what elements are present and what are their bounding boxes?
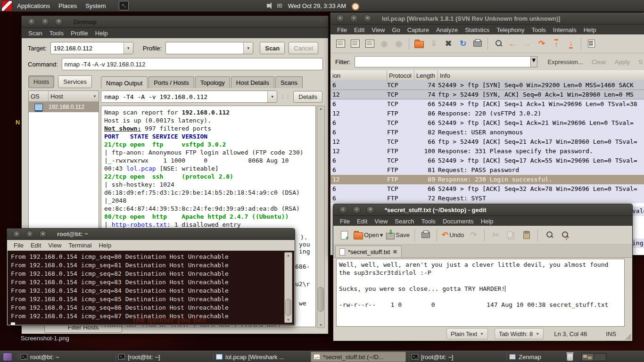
profile-combo[interactable]: ▼: [165, 42, 253, 54]
wireshark-menu-capture[interactable]: Capture: [407, 26, 429, 33]
chevron-down-icon[interactable]: ▼: [124, 42, 133, 54]
desktop-icon-label[interactable]: Screenshot-1.png: [21, 335, 69, 342]
column-header-protocol[interactable]: Protocol: [387, 70, 414, 81]
hosts-button[interactable]: Hosts: [28, 75, 54, 88]
scan-combo-value[interactable]: nmap -T4 -A -v 192.168.0.112: [101, 93, 267, 100]
minimize-icon[interactable]: ∧: [27, 18, 35, 26]
detach-handle-icon[interactable]: ⋮⋮: [280, 94, 290, 100]
find-icon[interactable]: [543, 229, 555, 241]
chevron-down-icon[interactable]: ▼: [267, 91, 277, 102]
terminal-launcher-icon[interactable]: >_: [119, 1, 129, 10]
chevron-down-icon[interactable]: ▼: [531, 56, 537, 67]
user-switcher-icon[interactable]: [352, 3, 359, 10]
save-button[interactable]: Save: [386, 229, 410, 241]
wireshark-menu-analyze[interactable]: Analyze: [436, 26, 458, 33]
gedit-menu-tools[interactable]: Tools: [421, 218, 436, 225]
expression-button[interactable]: Expression...: [548, 58, 583, 66]
apply-button[interactable]: Apply: [615, 58, 630, 66]
panel-menu-places[interactable]: Places: [58, 2, 77, 9]
terminal-menu-terminal[interactable]: Terminal: [68, 242, 91, 249]
target-value[interactable]: 192.168.0.112: [51, 45, 124, 52]
tab-width-selector[interactable]: Tab Width: 8▼: [495, 328, 544, 339]
terminal-output[interactable]: the quieter you bec From 192.168.0.154 i…: [8, 251, 294, 325]
command-input[interactable]: [62, 58, 323, 70]
language-selector[interactable]: Plain Text▼: [446, 328, 488, 339]
packet-row[interactable]: 12FTP86Response: 220 (vsFTPd 3.0.2): [330, 109, 644, 118]
maximize-icon[interactable]: ∨: [350, 15, 358, 23]
scrollbar-thumb[interactable]: [318, 287, 324, 312]
document-tab[interactable]: *secret_stuff.txt ✖: [335, 246, 402, 257]
gedit-titlebar[interactable]: ∧ ∨ ✕ *secret_stuff.txt (~/Desktop) - ge…: [333, 204, 632, 216]
close-icon[interactable]: ✕: [39, 230, 47, 238]
gedit-menu-edit[interactable]: Edit: [357, 218, 367, 225]
terminal-menu-view[interactable]: View: [48, 242, 61, 249]
go-to-packet-icon[interactable]: ↷: [536, 38, 548, 50]
text-editor-area[interactable]: Well, well, well, aren't you just a clev…: [336, 259, 625, 327]
open-file-icon[interactable]: [413, 38, 425, 50]
gedit-menu-view[interactable]: View: [374, 218, 388, 225]
close-tab-icon[interactable]: ✖: [393, 249, 397, 255]
tab-nmap-output[interactable]: Nmap Output: [101, 76, 148, 89]
wireshark-menu-tools[interactable]: Tools: [531, 26, 545, 33]
scan-result-combo[interactable]: nmap -T4 -A -v 192.168.0.112 ▼: [101, 90, 277, 103]
gedit-window[interactable]: ∧ ∨ ✕ *secret_stuff.txt (~/Desktop) - ge…: [333, 204, 633, 341]
scroll-down-icon[interactable]: ▼: [285, 318, 292, 321]
new-document-icon[interactable]: [338, 229, 350, 241]
packet-row[interactable]: 6TCP6652449 > ftp [ACK] Seq=32 Ack=78 Wi…: [330, 184, 644, 194]
mail-icon[interactable]: ✉: [277, 2, 282, 9]
tab-topology[interactable]: Topology: [195, 76, 230, 88]
wireshark-menu-telephony[interactable]: Telephony: [496, 26, 524, 33]
column-header-info[interactable]: Info: [438, 70, 644, 81]
capture-start-icon[interactable]: [363, 38, 376, 50]
go-back-icon[interactable]: ←: [506, 38, 519, 50]
close-icon[interactable]: ✕: [55, 18, 63, 26]
workspace-1[interactable]: [582, 354, 594, 361]
packet-list-header[interactable]: ionProtocolLengthInfo: [330, 70, 644, 81]
replace-icon[interactable]: [558, 229, 570, 241]
wireshark-menu-help[interactable]: Help: [584, 26, 596, 33]
maximize-icon[interactable]: ∨: [41, 18, 49, 26]
paste-icon[interactable]: [520, 229, 533, 241]
clock[interactable]: Wed Oct 29, 3:33 AM: [288, 2, 346, 9]
cancel-button[interactable]: Cancel: [289, 42, 318, 54]
terminal-menu-file[interactable]: File: [14, 242, 24, 249]
find-packet-icon[interactable]: [492, 38, 504, 50]
packet-row[interactable]: 6FTP82Request: USER anonymous: [330, 128, 644, 137]
column-header-length[interactable]: Length: [414, 70, 438, 81]
sort-arrow-icon[interactable]: ▼: [93, 94, 97, 99]
wireshark-titlebar[interactable]: ∧ ∨ ✕ lol.pcap [Wireshark 1.8.1 (SVN Rev…: [330, 13, 644, 25]
gedit-menu-file[interactable]: File: [340, 218, 350, 225]
gedit-menu-documents[interactable]: Documents: [443, 218, 474, 225]
clear-button[interactable]: Clear: [592, 58, 606, 66]
chevron-down-icon[interactable]: ▼: [243, 42, 253, 54]
undo-button[interactable]: ↶Undo: [442, 229, 464, 241]
maximize-icon[interactable]: ∨: [353, 206, 361, 214]
scan-button[interactable]: Scan: [260, 42, 285, 54]
close-icon[interactable]: ✕: [366, 206, 374, 214]
scrollbar-thumb[interactable]: [285, 299, 291, 316]
go-first-icon[interactable]: ↑: [550, 38, 562, 50]
minimize-icon[interactable]: ∧: [336, 15, 344, 23]
terminal-menu-edit[interactable]: Edit: [31, 242, 41, 249]
gedit-menu-search[interactable]: Search: [395, 218, 414, 225]
packet-row[interactable]: 6TCP6652449 > ftp [ACK] Seq=1 Ack=21 Win…: [330, 118, 644, 128]
tab-ports-hosts[interactable]: Ports / Hosts: [149, 76, 194, 88]
trash-applet[interactable]: [567, 353, 573, 361]
tab-host-details[interactable]: Host Details: [231, 76, 274, 88]
packet-row[interactable]: 12TCP74ftp > 52449 [SYN, ACK] Seq=0 Ack=…: [330, 90, 644, 99]
taskbar-item-lol-pcap-wireshark[interactable]: lol.pcap [Wireshark ...: [213, 352, 308, 362]
filter-input[interactable]: [355, 56, 531, 67]
services-button[interactable]: Services: [58, 75, 92, 88]
taskbar-item-root-bt[interactable]: >_root@bt: ~: [18, 352, 113, 362]
open-button[interactable]: Open▾: [354, 229, 383, 241]
gedit-menu-help[interactable]: Help: [481, 218, 494, 225]
wireshark-menu-go[interactable]: Go: [392, 26, 400, 33]
panel-menu-system[interactable]: System: [85, 2, 106, 9]
wireshark-menu-view[interactable]: View: [372, 26, 385, 33]
maximize-icon[interactable]: ∨: [26, 230, 33, 238]
packet-row[interactable]: 6FTP72Request: SYST: [330, 194, 644, 203]
terminal-menu-help[interactable]: Help: [99, 242, 111, 249]
panel-menu-applications[interactable]: Applications: [17, 2, 50, 9]
zenmap-menu-scan[interactable]: Scan: [28, 30, 42, 37]
tab-scans[interactable]: Scans: [275, 76, 303, 88]
